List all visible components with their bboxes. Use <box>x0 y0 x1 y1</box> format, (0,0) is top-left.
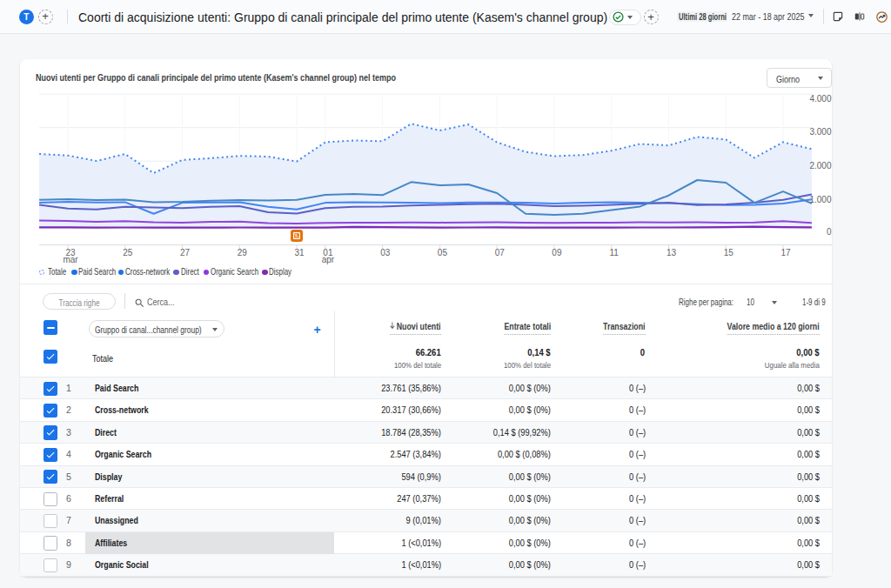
svg-text:07: 07 <box>494 247 505 257</box>
svg-text:13: 13 <box>666 247 676 257</box>
svg-text:mar: mar <box>63 254 78 264</box>
svg-text:15: 15 <box>723 247 734 257</box>
svg-text:2.000: 2.000 <box>809 160 831 170</box>
svg-text:03: 03 <box>380 247 391 257</box>
svg-text:31: 31 <box>294 247 305 257</box>
svg-text:3.000: 3.000 <box>809 127 831 137</box>
svg-text:1.000: 1.000 <box>809 194 831 204</box>
svg-text:25: 25 <box>123 247 133 257</box>
svg-text:05: 05 <box>437 247 447 257</box>
svg-text:09: 09 <box>552 247 562 257</box>
svg-text:11: 11 <box>609 247 619 257</box>
svg-text:apr: apr <box>321 254 334 264</box>
svg-text:29: 29 <box>237 247 247 257</box>
svg-text:27: 27 <box>179 247 190 257</box>
svg-text:17: 17 <box>780 247 791 257</box>
svg-text:0: 0 <box>826 227 831 237</box>
svg-text:4.000: 4.000 <box>809 93 831 103</box>
